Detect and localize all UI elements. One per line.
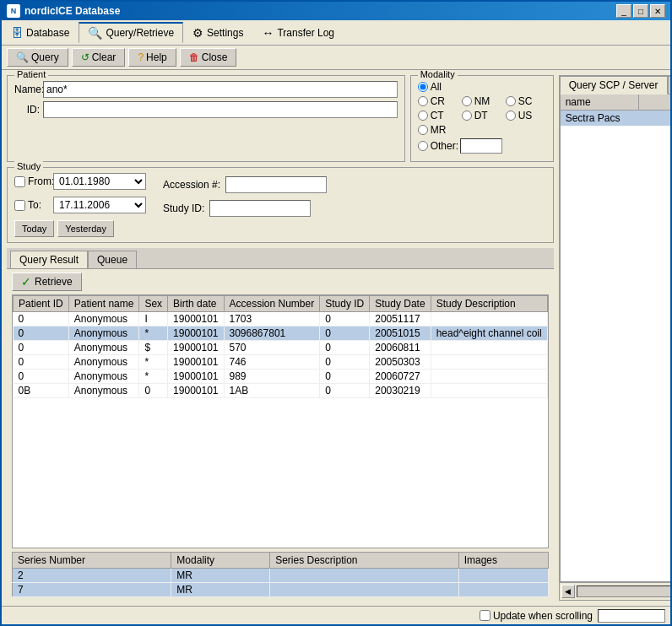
modality-sc[interactable]: SC bbox=[506, 95, 548, 107]
series-section: Series Number Modality Series Descriptio… bbox=[12, 552, 549, 597]
clear-button[interactable]: ↺ Clear bbox=[72, 48, 126, 67]
retrieve-button[interactable]: ✓ Retrieve bbox=[12, 273, 82, 291]
series-col-description: Series Description bbox=[270, 553, 458, 569]
maximize-button[interactable]: □ bbox=[633, 4, 648, 18]
modality-other[interactable]: Other: bbox=[418, 140, 458, 152]
update-scrolling-checkbox[interactable]: Update when scrolling bbox=[480, 610, 593, 622]
accession-input[interactable] bbox=[225, 176, 327, 193]
id-label: ID: bbox=[14, 104, 40, 116]
to-checkbox[interactable] bbox=[14, 200, 25, 211]
yesterday-button[interactable]: Yesterday bbox=[57, 220, 114, 237]
series-col-number: Series Number bbox=[13, 553, 171, 569]
tab-scp-server[interactable]: Query SCP / Server bbox=[560, 76, 668, 94]
modality-nm[interactable]: NM bbox=[462, 95, 504, 107]
scp-scrollbar: ◀ ▶ bbox=[560, 582, 670, 600]
today-button[interactable]: Today bbox=[14, 220, 54, 237]
from-checkbox[interactable] bbox=[14, 176, 25, 187]
modality-us[interactable]: US bbox=[506, 110, 548, 121]
modality-ct[interactable]: CT bbox=[418, 110, 460, 121]
top-section: Patient Name: ID: Modality bbox=[7, 75, 554, 162]
study-id-input[interactable] bbox=[209, 200, 311, 217]
table-row[interactable]: 0Anonymous*190001013096867801020051015he… bbox=[14, 326, 548, 341]
table-row[interactable]: 0BAnonymous0190001011AB020030219 bbox=[14, 384, 548, 398]
right-panel: Query SCP / Server Options name descript… bbox=[559, 75, 670, 601]
list-item[interactable]: 7MR bbox=[13, 583, 549, 597]
bottom-section: Query Result Queue ✓ Retrieve bbox=[7, 248, 554, 601]
scp-row-0[interactable]: Sectra Pacs DI bbox=[561, 111, 670, 126]
accession-label: Accession #: bbox=[163, 179, 220, 191]
close-button[interactable]: 🗑 Close bbox=[180, 48, 237, 67]
query-icon-btn: 🔍 bbox=[16, 51, 29, 63]
study-id-row: Study ID: bbox=[163, 200, 327, 217]
retrieve-icon: ✓ bbox=[21, 275, 31, 289]
results-table-container[interactable]: Patient ID Patient name Sex Birth date A… bbox=[12, 294, 549, 548]
table-row[interactable]: 0Anonymous$19000101570020060811 bbox=[14, 341, 548, 355]
id-input[interactable] bbox=[43, 101, 398, 118]
scp-tab-label: Query SCP / Server bbox=[569, 79, 658, 91]
menu-bar: 🗄 Database 🔍 Query/Retrieve ⚙ Settings ↔… bbox=[2, 20, 670, 46]
window-close-button[interactable]: ✕ bbox=[650, 4, 665, 18]
modality-row-3: CT DT US bbox=[418, 110, 546, 121]
tab-settings[interactable]: ⚙ Settings bbox=[183, 22, 252, 43]
query-button-label: Query bbox=[31, 51, 59, 63]
modality-ct-label: CT bbox=[431, 110, 444, 121]
table-row[interactable]: 0Anonymous*19000101746020050303 bbox=[14, 355, 548, 370]
scroll-left-button[interactable]: ◀ bbox=[561, 585, 575, 598]
tab-transfer-log[interactable]: ↔ Transfer Log bbox=[252, 22, 344, 43]
modality-all[interactable]: All bbox=[418, 81, 460, 93]
tab-options[interactable]: Options bbox=[668, 76, 670, 94]
study-group: Study From: 01.01.1980 bbox=[7, 167, 554, 243]
scp-panel: Query SCP / Server Options name descript… bbox=[559, 75, 670, 601]
date-buttons: Today Yesterday bbox=[14, 220, 146, 237]
minimize-button[interactable]: _ bbox=[616, 4, 631, 18]
modality-other-input[interactable] bbox=[460, 138, 502, 154]
study-id-label: Study ID: bbox=[163, 202, 204, 214]
scp-table-header: name description tle bbox=[561, 94, 670, 111]
list-item[interactable]: 2MR bbox=[13, 569, 549, 583]
settings-icon: ⚙ bbox=[192, 26, 203, 40]
tab-query-result[interactable]: Query Result bbox=[10, 251, 88, 268]
result-toolbar: ✓ Retrieve bbox=[7, 269, 554, 294]
toolbar: 🔍 Query ↺ Clear ? Help 🗑 Close bbox=[2, 46, 670, 70]
modality-dt[interactable]: DT bbox=[462, 110, 504, 121]
scp-cell-name: Sectra Pacs bbox=[566, 112, 637, 124]
modality-sc-label: SC bbox=[518, 95, 533, 107]
col-patient-name: Patient name bbox=[68, 296, 139, 312]
modality-mr-label: MR bbox=[431, 124, 447, 136]
col-sex: Sex bbox=[139, 296, 168, 312]
modality-mr[interactable]: MR bbox=[418, 124, 460, 136]
table-row[interactable]: 0Anonymous*19000101989020060727 bbox=[14, 370, 548, 384]
transfer-icon: ↔ bbox=[262, 26, 274, 40]
help-button[interactable]: ? Help bbox=[128, 48, 176, 67]
tab-queue[interactable]: Queue bbox=[88, 251, 137, 268]
tab-database[interactable]: 🗄 Database bbox=[2, 22, 79, 43]
close-icon: 🗑 bbox=[189, 51, 199, 63]
to-checkbox-label: To: bbox=[14, 199, 48, 211]
modality-row-4: MR bbox=[418, 124, 546, 136]
table-row[interactable]: 0AnonymousI190001011703020051117 bbox=[14, 312, 548, 326]
title-bar-left: N nordicICE Database bbox=[7, 4, 120, 18]
scroll-track[interactable] bbox=[577, 586, 670, 597]
name-input[interactable] bbox=[43, 81, 398, 98]
series-col-modality: Modality bbox=[171, 553, 270, 569]
clear-icon: ↺ bbox=[81, 51, 89, 63]
modality-row-5: Other: bbox=[418, 138, 546, 154]
from-date-select[interactable]: 01.01.1980 bbox=[53, 173, 146, 190]
modality-cr[interactable]: CR bbox=[418, 95, 460, 107]
to-date-select[interactable]: 17.11.2006 bbox=[53, 197, 146, 213]
col-accession-number: Accession Number bbox=[224, 296, 320, 312]
help-button-label: Help bbox=[146, 51, 167, 63]
query-button[interactable]: 🔍 Query bbox=[7, 48, 68, 67]
modality-cr-label: CR bbox=[431, 95, 445, 107]
status-bar: Update when scrolling bbox=[2, 606, 670, 624]
modality-dt-label: DT bbox=[474, 110, 488, 121]
app-icon: N bbox=[7, 4, 20, 18]
tab-query-result-label: Query Result bbox=[19, 254, 79, 266]
from-checkbox-label: From: bbox=[14, 175, 48, 187]
tab-query-retrieve[interactable]: 🔍 Query/Retrieve bbox=[79, 22, 183, 43]
update-scrolling-check[interactable] bbox=[480, 610, 490, 621]
study-from-row: From: 01.01.1980 bbox=[14, 173, 146, 190]
modality-all-label: All bbox=[431, 81, 442, 93]
tab-settings-label: Settings bbox=[207, 27, 243, 39]
database-icon: 🗄 bbox=[11, 26, 23, 40]
